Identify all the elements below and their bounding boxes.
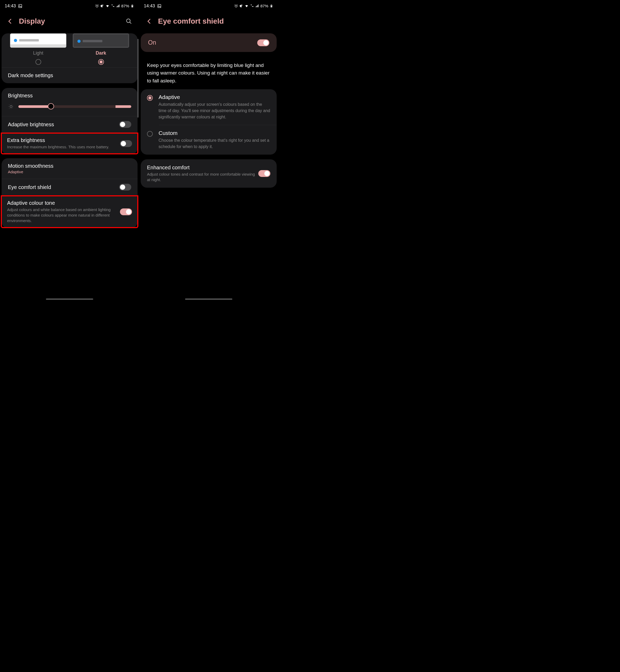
adaptive-brightness-toggle[interactable] <box>119 121 131 128</box>
adaptive-colour-toggle[interactable] <box>120 208 132 215</box>
adaptive-radio[interactable] <box>147 95 153 101</box>
battery-percent: 87% <box>260 4 268 8</box>
dark-radio[interactable] <box>98 59 104 65</box>
svg-rect-12 <box>271 4 272 5</box>
enhanced-toggle[interactable] <box>258 170 270 177</box>
enhanced-card: Enhanced comfort Adjust colour tones and… <box>141 159 277 188</box>
brightness-card: Brightness Adaptive brightness Extra <box>2 88 138 154</box>
adaptive-colour-highlight: Adaptive colour tone Adjust colours and … <box>1 195 138 228</box>
phone-left: 14:43 87% Display <box>0 0 139 301</box>
volte-icon <box>250 4 254 8</box>
on-toggle[interactable] <box>257 39 269 46</box>
battery-icon <box>130 4 135 8</box>
svg-rect-0 <box>19 4 22 8</box>
dark-mode-settings-row[interactable]: Dark mode settings <box>2 67 138 83</box>
enhanced-comfort-row[interactable]: Enhanced comfort Adjust colour tones and… <box>141 159 277 188</box>
back-button[interactable] <box>145 17 153 25</box>
status-time: 14:43 <box>144 3 155 9</box>
adaptive-colour-row[interactable]: Adaptive colour tone Adjust colours and … <box>2 196 137 227</box>
battery-percent: 87% <box>121 4 129 8</box>
header: Eye comfort shield <box>139 12 278 33</box>
volte-icon <box>111 4 115 8</box>
dark-label: Dark <box>73 50 129 56</box>
mute-icon <box>100 4 104 8</box>
svg-point-6 <box>126 19 130 22</box>
dark-preview <box>73 33 129 48</box>
adaptive-mode-row[interactable]: Adaptive Automatically adjust your scree… <box>141 89 277 125</box>
eye-comfort-toggle[interactable] <box>119 184 131 191</box>
page-title: Display <box>19 17 125 25</box>
custom-radio[interactable] <box>147 131 153 137</box>
extra-brightness-row[interactable]: Extra brightness Increase the maximum br… <box>2 134 137 153</box>
alarm-icon <box>234 4 238 8</box>
header: Display <box>0 12 139 33</box>
on-card: On <box>141 33 277 52</box>
brightness-title: Brightness <box>8 93 131 99</box>
status-bar: 14:43 87% <box>0 0 139 12</box>
description-text: Keep your eyes comfortable by limiting b… <box>139 57 278 89</box>
alarm-icon <box>95 4 99 8</box>
extra-brightness-toggle[interactable] <box>120 140 132 147</box>
image-icon <box>18 4 22 8</box>
mode-card: Adaptive Automatically adjust your scree… <box>141 89 277 155</box>
custom-mode-row[interactable]: Custom Choose the colour temperature tha… <box>141 125 277 155</box>
image-icon <box>157 4 161 8</box>
slider-thumb[interactable] <box>48 103 54 109</box>
svg-point-9 <box>158 5 159 6</box>
back-button[interactable] <box>6 17 14 25</box>
gesture-bar[interactable] <box>46 299 93 300</box>
signal-icon <box>116 4 120 8</box>
adaptive-brightness-row[interactable]: Adaptive brightness <box>2 116 138 133</box>
eye-comfort-row[interactable]: Eye comfort shield <box>2 179 138 195</box>
page-title: Eye comfort shield <box>158 17 272 25</box>
light-radio[interactable] <box>36 59 41 65</box>
brightness-slider[interactable] <box>18 104 131 109</box>
theme-dark-option[interactable]: Dark <box>73 33 129 65</box>
display-options-card: Motion smoothness Adaptive Eye comfort s… <box>2 158 138 228</box>
search-button[interactable] <box>125 17 133 25</box>
light-preview <box>10 33 66 48</box>
on-row[interactable]: On <box>141 33 277 52</box>
svg-point-1 <box>19 5 20 6</box>
theme-light-option[interactable]: Light <box>10 33 66 65</box>
wifi-icon <box>106 4 110 8</box>
signal-icon <box>255 4 259 8</box>
light-label: Light <box>10 50 66 56</box>
wifi-icon <box>245 4 249 8</box>
scrollbar[interactable] <box>137 39 139 118</box>
gesture-bar[interactable] <box>185 299 232 300</box>
brightness-icon <box>8 103 14 110</box>
svg-rect-8 <box>158 4 161 8</box>
svg-point-7 <box>10 106 12 108</box>
mute-icon <box>240 4 244 8</box>
phone-right: 14:43 87% Eye comfort shield On Keep you… <box>139 0 278 301</box>
theme-card: Light Dark Dark mode settings <box>2 33 138 83</box>
battery-icon <box>269 4 273 8</box>
status-time: 14:43 <box>5 3 16 9</box>
status-bar: 14:43 87% <box>139 0 278 12</box>
svg-rect-4 <box>132 4 133 5</box>
extra-brightness-highlight: Extra brightness Increase the maximum br… <box>1 133 138 154</box>
motion-smoothness-row[interactable]: Motion smoothness Adaptive <box>2 158 138 179</box>
